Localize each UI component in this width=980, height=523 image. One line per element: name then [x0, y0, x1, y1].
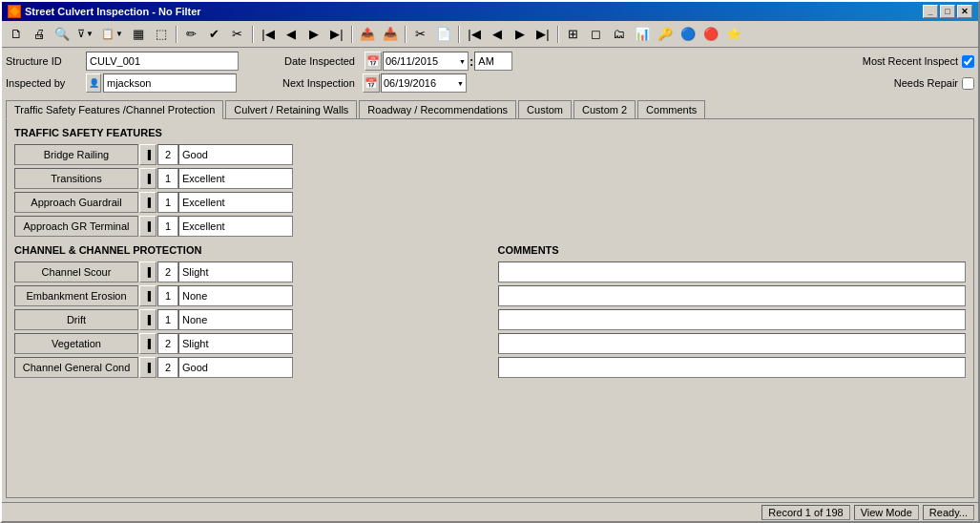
toolbar-new[interactable]: 🗋 [6, 24, 27, 45]
embankment-erosion-comment[interactable] [498, 285, 967, 306]
toolbar-nav2[interactable]: ◀ [487, 24, 508, 45]
toolbar-folder[interactable]: 🗂 [609, 24, 630, 45]
drift-label: Drift [14, 309, 138, 330]
tab-custom[interactable]: Custom [518, 100, 572, 119]
sep3 [351, 26, 353, 43]
filter-arrow: ▼ [86, 30, 94, 38]
toolbar-cut[interactable]: ✂ [227, 24, 248, 45]
date-inspected-select[interactable]: 06/11/2015 [383, 52, 469, 71]
date-cal-icon[interactable]: 📅 [365, 52, 382, 71]
channel-general-value[interactable] [178, 357, 293, 378]
tab-custom2[interactable]: Custom 2 [573, 100, 636, 119]
transitions-value[interactable] [178, 168, 293, 189]
embankment-erosion-num[interactable] [157, 285, 178, 306]
embankment-erosion-icon[interactable]: ▐ [139, 285, 156, 306]
toolbar-cut2[interactable]: ✂ [410, 24, 431, 45]
channel-general-icon[interactable]: ▐ [139, 357, 156, 378]
approach-gr-terminal-num[interactable] [157, 216, 178, 237]
toolbar-chart[interactable]: 📊 [632, 24, 653, 45]
toolbar-red[interactable]: 🔴 [700, 24, 721, 45]
transitions-num[interactable] [157, 168, 178, 189]
drift-comment[interactable] [498, 309, 967, 330]
channel-general-num[interactable] [157, 357, 178, 378]
toolbar-view-dropdown[interactable]: 📋 ▼ [98, 24, 126, 45]
drift-icon[interactable]: ▐ [139, 309, 156, 330]
sep6 [557, 26, 559, 43]
channel-scour-value[interactable] [178, 262, 293, 282]
toolbar-copy[interactable]: 📄 [433, 24, 454, 45]
channel-scour-comment[interactable] [498, 262, 967, 282]
tab-roadway[interactable]: Roadway / Recommendations [359, 100, 516, 119]
toolbar-filter-dropdown[interactable]: ⊽ ▼ [74, 24, 96, 45]
inspected-by-wrapper: 👤 [86, 73, 237, 93]
toolbar-next[interactable]: ▶ [303, 24, 324, 45]
sep4 [405, 26, 407, 43]
tab-culvert[interactable]: Culvert / Retaining Walls [225, 100, 357, 119]
toolbar-nav3[interactable]: ▶ [510, 24, 531, 45]
transitions-icon[interactable]: ▐ [139, 168, 156, 189]
most-recent-checkbox[interactable] [962, 55, 974, 68]
close-button[interactable]: ✕ [957, 5, 972, 18]
tab-traffic-safety[interactable]: Traffic Safety Features /Channel Protect… [6, 100, 223, 119]
vegetation-row: Vegetation ▐ [14, 333, 483, 354]
toolbar-print[interactable]: 🖨 [29, 24, 50, 45]
toolbar-star[interactable]: ⭐ [723, 24, 744, 45]
window-title: Street Culvert Inspection - No Filter [25, 6, 201, 17]
comments-title: COMMENTS [498, 244, 967, 256]
toolbar-grid[interactable]: ⊞ [563, 24, 584, 45]
toolbar-prev[interactable]: ◀ [281, 24, 302, 45]
vegetation-comment[interactable] [498, 333, 967, 354]
time-input[interactable] [474, 52, 512, 71]
toolbar-edit[interactable]: ✏ [181, 24, 202, 45]
approach-guardrail-num[interactable] [157, 192, 178, 213]
vegetation-icon[interactable]: ▐ [139, 333, 156, 354]
tab-comments[interactable]: Comments [637, 100, 705, 119]
toolbar-check[interactable]: ✔ [204, 24, 225, 45]
toolbar-nav1[interactable]: |◀ [464, 24, 485, 45]
maximize-button[interactable]: □ [940, 5, 955, 18]
embankment-erosion-value[interactable] [178, 285, 293, 306]
structure-id-input[interactable] [86, 52, 239, 71]
drift-num[interactable] [157, 309, 178, 330]
toolbar-first[interactable]: |◀ [258, 24, 279, 45]
channel-general-label: Channel General Cond [14, 357, 138, 378]
approach-gr-terminal-icon[interactable]: ▐ [139, 216, 156, 237]
toolbar-box[interactable]: ◻ [586, 24, 607, 45]
toolbar-key[interactable]: 🔑 [655, 24, 676, 45]
channel-scour-label: Channel Scour [14, 262, 138, 282]
toolbar-export[interactable]: 📤 [357, 24, 378, 45]
status-bar: Record 1 of 198 View Mode Ready... [2, 502, 978, 521]
traffic-safety-title: TRAFFIC SAFETY FEATURES [14, 127, 966, 138]
toolbar-circle[interactable]: 🔵 [678, 24, 699, 45]
vegetation-value[interactable] [178, 333, 293, 354]
inspected-by-input[interactable] [103, 73, 237, 93]
record-status: Record 1 of 198 [761, 505, 849, 520]
date-inspected-label: Date Inspected [284, 55, 361, 67]
next-select-wrapper: 06/19/2016 [381, 73, 467, 93]
channel-scour-icon[interactable]: ▐ [139, 262, 156, 282]
toolbar-icon2[interactable]: ⬚ [151, 24, 172, 45]
bridge-railing-value[interactable] [178, 144, 293, 165]
approach-guardrail-value[interactable] [178, 192, 293, 213]
needs-repair-checkbox[interactable] [962, 77, 974, 90]
next-cal-icon[interactable]: 📅 [363, 73, 380, 93]
most-recent-label: Most Recent Inspect [863, 55, 958, 67]
toolbar-import[interactable]: 📥 [380, 24, 401, 45]
channel-scour-row: Channel Scour ▐ [14, 262, 483, 282]
inspected-by-icon[interactable]: 👤 [86, 73, 101, 93]
drift-value[interactable] [178, 309, 293, 330]
channel-scour-num[interactable] [157, 262, 178, 282]
needs-repair-section: Needs Repair [894, 77, 974, 90]
bridge-railing-num[interactable] [157, 144, 178, 165]
minimize-button[interactable]: _ [923, 5, 938, 18]
approach-gr-terminal-value[interactable] [178, 216, 293, 237]
next-inspection-select[interactable]: 06/19/2016 [381, 73, 467, 93]
toolbar-last[interactable]: ▶| [326, 24, 347, 45]
toolbar-search[interactable]: 🔍 [52, 24, 73, 45]
approach-guardrail-icon[interactable]: ▐ [139, 192, 156, 213]
channel-general-comment[interactable] [498, 357, 967, 378]
vegetation-num[interactable] [157, 333, 178, 354]
toolbar-nav4[interactable]: ▶| [532, 24, 553, 45]
toolbar-icon1[interactable]: ▦ [128, 24, 149, 45]
bridge-railing-icon[interactable]: ▐ [139, 144, 156, 165]
